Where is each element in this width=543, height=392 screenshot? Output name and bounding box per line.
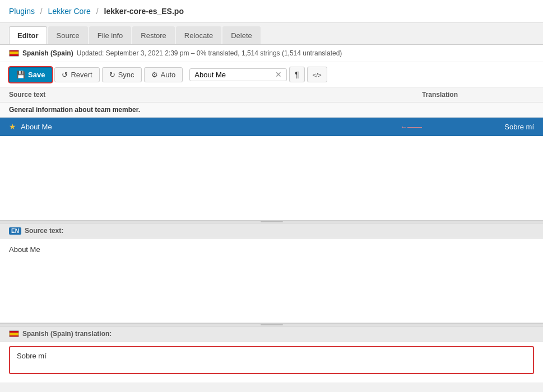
translation-column-header: Translation bbox=[422, 91, 534, 99]
sync-icon: ↻ bbox=[109, 71, 115, 79]
row-translation-text: Sobre mí bbox=[422, 123, 534, 131]
breadcrumb-bar: Plugins / Lekker Core / lekker-core-es_E… bbox=[0, 0, 543, 23]
source-panel-label: Source text: bbox=[25, 227, 63, 235]
save-button[interactable]: 💾 Save bbox=[9, 67, 52, 82]
en-badge: EN bbox=[9, 227, 21, 235]
tab-bar: Editor Source File info Restore Relocate… bbox=[0, 23, 543, 45]
breadcrumb-plugins[interactable]: Plugins bbox=[9, 7, 35, 16]
main-content: Spanish (Spain) Updated: September 3, 20… bbox=[0, 45, 543, 382]
code-icon: </> bbox=[313, 72, 322, 78]
paragraph-button[interactable]: ¶ bbox=[289, 67, 305, 82]
save-icon: 💾 bbox=[16, 71, 25, 79]
lang-status-text: Updated: September 3, 2021 2:39 pm – 0% … bbox=[77, 49, 342, 57]
search-wrapper: ✕ bbox=[189, 68, 287, 81]
translation-input[interactable]: Sobre mí bbox=[9, 346, 534, 374]
code-button[interactable]: </> bbox=[307, 67, 327, 82]
tab-restore[interactable]: Restore bbox=[132, 26, 175, 44]
tab-source[interactable]: Source bbox=[48, 26, 88, 44]
search-clear-icon[interactable]: ✕ bbox=[275, 71, 282, 78]
group-header: General information about team member. bbox=[0, 102, 543, 118]
table-header: Source text Translation bbox=[0, 87, 543, 102]
star-icon[interactable]: ★ bbox=[9, 122, 16, 131]
search-input[interactable] bbox=[194, 71, 273, 79]
paragraph-icon: ¶ bbox=[295, 70, 299, 79]
lang-status-bar: Spanish (Spain) Updated: September 3, 20… bbox=[0, 45, 543, 62]
translation-panel-header: Spanish (Spain) translation: bbox=[0, 326, 543, 342]
revert-icon: ↺ bbox=[62, 71, 68, 79]
revert-button[interactable]: ↺ Revert bbox=[54, 67, 99, 82]
save-label: Save bbox=[28, 71, 45, 79]
sync-button[interactable]: ↻ Sync bbox=[102, 67, 142, 82]
auto-icon: ⚙ bbox=[151, 71, 158, 79]
source-panel-header: EN Source text: bbox=[0, 223, 543, 239]
resizer-handle[interactable] bbox=[0, 220, 543, 223]
source-column-header: Source text bbox=[9, 91, 422, 99]
source-text-value: About Me bbox=[9, 245, 40, 254]
translation-panel: Spanish (Spain) translation: Sobre mí bbox=[0, 326, 543, 382]
toolbar: 💾 Save ↺ Revert ↻ Sync ⚙ Auto ✕ ¶ </> bbox=[0, 62, 543, 87]
breadcrumb-file: lekker-core-es_ES.po bbox=[104, 7, 184, 16]
tab-editor[interactable]: Editor bbox=[9, 26, 47, 44]
translation-panel-content: Sobre mí bbox=[0, 342, 543, 382]
lang-name: Spanish (Spain) bbox=[22, 49, 73, 57]
breadcrumb-lekker-core[interactable]: Lekker Core bbox=[48, 7, 91, 16]
revert-label: Revert bbox=[71, 71, 92, 79]
group-label: General information about team member. bbox=[9, 106, 140, 114]
arrow-icon: ←—— bbox=[400, 123, 422, 131]
spain-flag-icon bbox=[9, 50, 19, 57]
tab-delete[interactable]: Delete bbox=[222, 26, 261, 44]
string-list-area bbox=[0, 136, 543, 220]
auto-button[interactable]: ⚙ Auto bbox=[144, 67, 183, 82]
translation-flag-icon bbox=[9, 330, 19, 337]
translation-row[interactable]: ★ About Me ←—— Sobre mí bbox=[0, 118, 543, 136]
tab-fileinfo[interactable]: File info bbox=[89, 26, 132, 44]
sync-label: Sync bbox=[118, 71, 134, 79]
tab-relocate[interactable]: Relocate bbox=[176, 26, 221, 44]
breadcrumb-sep-2: / bbox=[96, 7, 99, 16]
breadcrumb-sep-1: / bbox=[40, 7, 43, 16]
source-panel-content: About Me bbox=[0, 239, 543, 323]
resizer-handle-2[interactable] bbox=[0, 323, 543, 326]
translation-panel-label: Spanish (Spain) translation: bbox=[22, 330, 112, 338]
row-source-text: About Me bbox=[21, 123, 397, 131]
auto-label: Auto bbox=[161, 71, 176, 79]
source-panel: EN Source text: About Me bbox=[0, 223, 543, 323]
